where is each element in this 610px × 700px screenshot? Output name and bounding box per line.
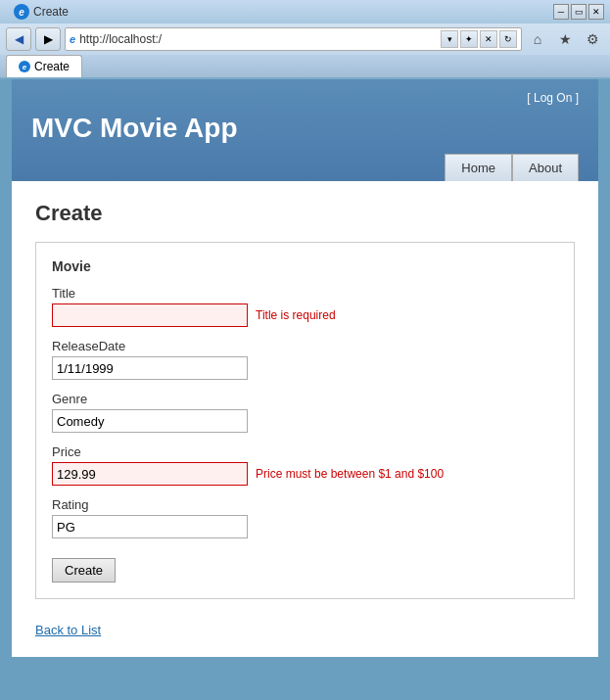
title-label: Title [52, 286, 558, 301]
restore-button[interactable]: ▭ [571, 4, 587, 20]
home-icon[interactable]: ⌂ [526, 27, 549, 51]
title-input-row: Title is required [52, 303, 558, 327]
back-to-list-link[interactable]: Back to List [35, 623, 101, 637]
address-refresh-button[interactable]: ↻ [499, 30, 517, 48]
titlebar-controls: e Create [6, 4, 69, 20]
tab-bar: e Create [0, 55, 610, 77]
back-button[interactable]: ◀ [6, 27, 31, 51]
logon-link[interactable]: [ Log On ] [527, 91, 579, 105]
form-section-title: Movie [52, 258, 558, 274]
price-error-message: Price must be between $1 and $100 [256, 467, 444, 481]
browser-chrome: e Create ─ ▭ ✕ ◀ ▶ e http://localhost:/ … [0, 0, 610, 79]
release-date-label: ReleaseDate [52, 339, 558, 353]
close-button[interactable]: ✕ [588, 4, 604, 20]
browser-titlebar: e Create ─ ▭ ✕ [0, 0, 610, 23]
genre-label: Genre [52, 392, 558, 406]
toolbar-right: ⌂ ★ ⚙ [526, 27, 604, 51]
ie-logo-icon: e [14, 4, 29, 20]
tab-ie-icon: e [19, 61, 30, 72]
release-date-input[interactable] [52, 356, 248, 380]
title-input[interactable] [52, 303, 248, 327]
settings-icon[interactable]: ⚙ [581, 27, 604, 51]
forward-button[interactable]: ▶ [35, 27, 61, 51]
browser-tab[interactable]: e Create [6, 55, 82, 77]
page-tab-title: Create [33, 5, 69, 19]
main-content: Create Movie Title Title is required Rel… [12, 181, 598, 657]
release-date-field-group: ReleaseDate [52, 339, 558, 380]
price-input[interactable] [52, 462, 248, 486]
site-header: [ Log On ] MVC Movie App Home About [12, 79, 598, 181]
page-title: Create [35, 201, 575, 226]
address-bar[interactable]: e http://localhost:/ ▾ ✦ ✕ ↻ [65, 27, 522, 51]
rating-field-group: Rating [52, 497, 558, 538]
address-dropdown-button[interactable]: ▾ [441, 30, 458, 48]
nav-bar: Home About [31, 154, 579, 181]
price-input-row: Price must be between $1 and $100 [52, 462, 558, 486]
ie-address-icon: e [70, 33, 75, 45]
address-actions: ▾ ✦ ✕ ↻ [441, 30, 517, 48]
tab-title: e Create [14, 4, 69, 20]
logon-bar: [ Log On ] [31, 91, 579, 105]
price-field-group: Price Price must be between $1 and $100 [52, 444, 558, 486]
minimize-button[interactable]: ─ [553, 4, 569, 20]
site-title: MVC Movie App [31, 113, 579, 154]
add-favorite-button[interactable]: ✦ [460, 30, 478, 48]
address-stop-button[interactable]: ✕ [480, 30, 497, 48]
tab-label: Create [34, 60, 70, 73]
create-button[interactable]: Create [52, 558, 116, 583]
rating-input[interactable] [52, 515, 248, 538]
site-container: [ Log On ] MVC Movie App Home About Crea… [12, 79, 598, 657]
genre-input[interactable] [52, 409, 248, 433]
window-controls[interactable]: ─ ▭ ✕ [553, 4, 604, 20]
rating-label: Rating [52, 497, 558, 512]
favorites-icon[interactable]: ★ [553, 27, 577, 51]
nav-about[interactable]: About [512, 154, 579, 181]
address-text: http://localhost:/ [79, 32, 441, 46]
price-label: Price [52, 444, 558, 459]
nav-home[interactable]: Home [445, 154, 512, 181]
title-field-group: Title Title is required [52, 286, 558, 327]
genre-field-group: Genre [52, 392, 558, 433]
title-error-message: Title is required [256, 308, 336, 322]
page-wrapper: [ Log On ] MVC Movie App Home About Crea… [0, 79, 610, 669]
form-section: Movie Title Title is required ReleaseDat… [35, 242, 575, 599]
browser-toolbar: ◀ ▶ e http://localhost:/ ▾ ✦ ✕ ↻ ⌂ ★ ⚙ [0, 23, 610, 55]
